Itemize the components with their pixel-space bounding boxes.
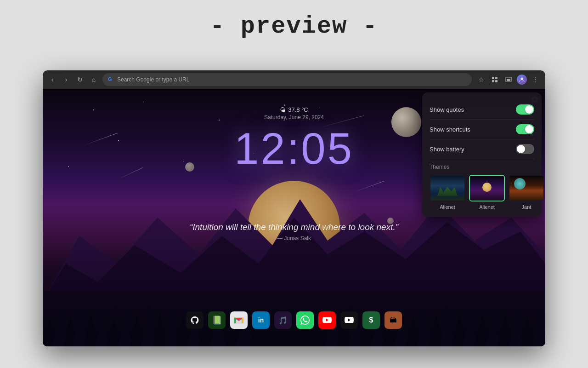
shortcut-gmail[interactable] [230, 311, 248, 329]
themes-grid: Alienet Alienet Jant [430, 175, 534, 210]
svg-rect-0 [492, 77, 494, 79]
shortcut-photos[interactable]: 🏔 [384, 311, 402, 329]
shortcuts-bar: 📗 in 🎵 [186, 311, 402, 329]
address-bar[interactable]: G Search Google or type a URL [102, 73, 472, 86]
bookmark-icon[interactable]: ☆ [475, 74, 486, 85]
weather-temp-value: 37.8 °C [288, 106, 308, 113]
back-button[interactable]: ‹ [47, 75, 57, 85]
theme-thumb-current [469, 175, 505, 201]
toggle-row-quotes: Show quotes [430, 100, 534, 120]
show-quotes-label: Show quotes [430, 106, 464, 113]
address-text: Search Google or type a URL [117, 76, 189, 83]
svg-rect-48 [242, 317, 243, 323]
theme-preview-1 [430, 176, 464, 201]
browser-window: ‹ › ↻ ⌂ G Search Google or type a URL ☆ [43, 70, 545, 346]
toggle-row-battery: Show battery [430, 139, 534, 159]
show-shortcuts-label: Show shortcuts [430, 126, 470, 133]
themes-section-label: Themes [430, 164, 534, 170]
shortcut-youtube-red[interactable] [318, 311, 336, 329]
svg-rect-3 [495, 80, 498, 82]
theme-name-1: Alienet [440, 204, 455, 210]
svg-rect-47 [234, 317, 236, 323]
weather-icon: 🌤 [280, 106, 286, 113]
theme-name-current: Alienet [479, 204, 495, 210]
toggle-knob [517, 145, 525, 153]
toggle-knob [525, 105, 533, 114]
clock-display: 12:05 [234, 123, 354, 174]
shortcut-sheets[interactable]: 📗 [208, 311, 226, 329]
svg-rect-1 [495, 77, 498, 79]
moon-small-left [185, 162, 194, 172]
svg-rect-2 [492, 80, 494, 82]
forward-button[interactable]: › [61, 75, 71, 85]
cast-icon[interactable] [503, 74, 514, 85]
toggle-knob [525, 125, 533, 133]
reload-button[interactable]: ↻ [75, 75, 85, 85]
quote-author: — Jonas Salk [156, 235, 432, 242]
shortcut-whatsapp[interactable] [296, 311, 314, 329]
theme-item-jant[interactable]: Jant [509, 175, 544, 210]
theme-preview-jant [509, 176, 543, 201]
svg-rect-5 [507, 79, 510, 81]
show-shortcuts-toggle[interactable] [516, 124, 534, 134]
toolbar-right: ☆ ⋮ [475, 74, 541, 85]
menu-icon[interactable]: ⋮ [530, 74, 541, 85]
quote-container: “Intuition will tell the thinking mind w… [156, 222, 432, 242]
weather-info: 🌤 37.8 °C Saturday, June 29, 2024 [264, 106, 324, 121]
theme-thumb-1 [430, 175, 465, 201]
google-g-icon: G [108, 76, 114, 83]
shortcut-youtube[interactable] [340, 311, 358, 329]
theme-item-1[interactable]: Alienet [430, 175, 465, 210]
weather-temp: 🌤 37.8 °C [264, 106, 324, 113]
browser-toolbar: ‹ › ↻ ⌂ G Search Google or type a URL ☆ [43, 70, 545, 89]
quote-text: “Intuition will tell the thinking mind w… [156, 222, 432, 232]
settings-panel: Show quotes Show shortcuts Show battery [422, 92, 542, 217]
moon-top-right [391, 107, 421, 137]
weather-date: Saturday, June 29, 2024 [264, 114, 324, 121]
shortcut-s-app[interactable]: $ [362, 311, 380, 329]
preview-label: - preview - [210, 13, 378, 40]
home-button[interactable]: ⌂ [89, 75, 99, 85]
show-battery-label: Show battery [430, 146, 464, 153]
shortcut-music[interactable]: 🎵 [274, 311, 292, 329]
extensions-icon[interactable] [489, 74, 500, 85]
toggle-row-shortcuts: Show shortcuts [430, 120, 534, 139]
shortcut-github[interactable] [186, 311, 204, 329]
show-battery-toggle[interactable] [516, 144, 534, 154]
profile-avatar[interactable] [517, 75, 527, 85]
theme-item-current[interactable]: Alienet [469, 175, 505, 210]
browser-content: 🌤 37.8 °C Saturday, June 29, 2024 12:05 … [43, 89, 545, 346]
show-quotes-toggle[interactable] [516, 104, 534, 115]
shortcut-linkedin[interactable]: in [252, 311, 270, 329]
theme-name-jant: Jant [522, 204, 531, 210]
theme-thumb-jant [509, 175, 544, 201]
theme-preview-current [470, 176, 504, 201]
